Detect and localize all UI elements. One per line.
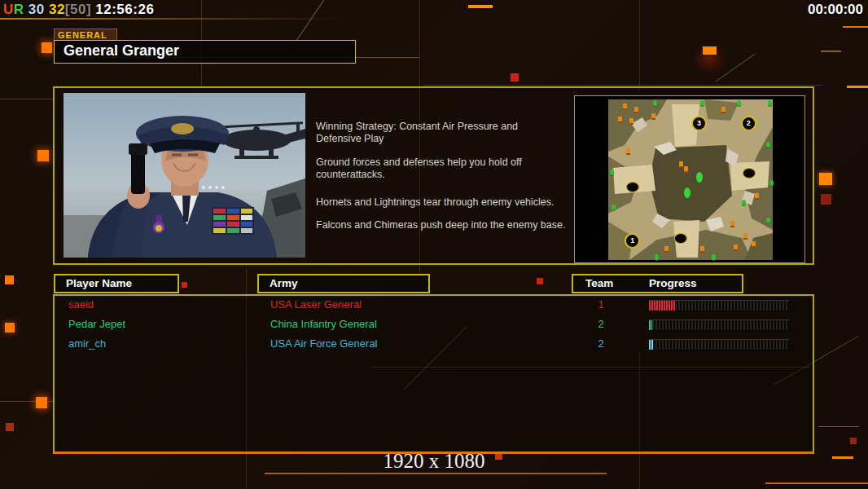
stat-value: [50] — [65, 2, 91, 17]
strategy-paragraph: Hornets and Lightnings tear through enem… — [316, 196, 570, 209]
player-team: 1 — [591, 298, 611, 311]
general-portrait-image — [64, 93, 305, 258]
circuit-node — [182, 282, 187, 288]
oil-derrick-marker — [721, 107, 726, 113]
player-name: Pedar Jepet — [68, 318, 125, 330]
circuit-dash — [847, 86, 868, 88]
column-header-team: Team — [585, 275, 613, 292]
tree-marker — [612, 205, 616, 210]
loading-progress-bar — [649, 300, 789, 311]
oil-derrick-marker — [651, 113, 655, 120]
column-header-team-progress: Team Progress — [572, 274, 743, 293]
player-name: saeid — [68, 298, 94, 311]
tree-marker — [768, 100, 772, 106]
circuit-node — [6, 423, 14, 431]
circuit-node — [537, 278, 543, 284]
portrait-art — [64, 93, 305, 258]
progress-fill — [649, 320, 652, 330]
circuit-node — [5, 275, 14, 284]
circuit-line — [639, 0, 640, 90]
tree-marker — [766, 218, 770, 223]
tree-marker — [700, 100, 704, 106]
player-army: USA Air Force General — [270, 337, 378, 350]
player-team: 2 — [591, 318, 611, 330]
player-army: China Infantry General — [270, 318, 377, 330]
circuit-node — [511, 73, 519, 82]
player-row: Pedar Jepet China Infantry General 2 — [0, 315, 868, 335]
circuit-node — [36, 397, 47, 408]
oil-derrick-marker — [623, 104, 627, 110]
start-position-marker: 3 — [691, 116, 707, 131]
stat-value: 12:56:26 — [91, 2, 154, 17]
circuit-line — [0, 18, 342, 20]
circuit-line — [0, 401, 54, 402]
strategy-paragraph: Winning Strategy: Constant Air Pressure … — [316, 121, 570, 145]
minimap-panel: 123 — [574, 95, 805, 263]
general-name: General Granger — [64, 42, 355, 59]
stat-value: U — [3, 2, 14, 17]
resolution-label: 1920 x 1080 — [0, 450, 868, 473]
tree-marker — [742, 200, 746, 205]
tree-marker — [655, 254, 659, 260]
circuit-dash — [468, 5, 493, 8]
circuit-line — [818, 426, 859, 427]
neutral-spot-marker — [743, 168, 756, 178]
tree-marker — [766, 142, 770, 148]
tree-marker — [737, 100, 741, 106]
player-row: saeid USA Laser General 1 — [0, 296, 868, 315]
circuit-line — [265, 473, 607, 474]
neutral-spot-marker — [674, 233, 687, 244]
circuit-node — [821, 194, 831, 205]
stat-value: R — [14, 2, 24, 17]
oil-derrick-marker — [700, 246, 704, 253]
oil-derrick-marker — [679, 161, 683, 168]
tree-cluster-marker — [684, 187, 690, 198]
oil-derrick-marker — [684, 166, 688, 173]
loading-progress-bar — [649, 319, 789, 331]
circuit-node — [850, 438, 857, 444]
oil-derrick-marker — [743, 233, 747, 240]
oil-derrick-marker — [752, 241, 756, 248]
general-tab: GENERAL — [54, 29, 117, 40]
player-army: USA Laser General — [270, 298, 362, 311]
tree-marker — [712, 254, 716, 260]
column-header-player-name: Player Name — [54, 274, 179, 293]
oil-derrick-marker — [629, 118, 633, 125]
progress-fill — [649, 301, 676, 311]
strategy-paragraph: Falcons and Chimeras push deep into the … — [316, 219, 570, 231]
circuit-node — [703, 46, 717, 55]
oil-derrick-marker — [626, 148, 630, 155]
tree-marker — [610, 170, 614, 175]
oil-derrick-marker — [730, 221, 734, 227]
tree-cluster-marker — [696, 172, 703, 183]
oil-derrick-marker — [734, 244, 738, 251]
oil-derrick-marker — [755, 193, 759, 200]
general-title-box: General Granger — [54, 40, 356, 64]
progress-fill — [649, 340, 653, 350]
circuit-line — [765, 482, 868, 484]
tree-marker — [769, 180, 774, 186]
player-name: amir_ch — [68, 337, 106, 350]
start-position-marker: 1 — [625, 233, 640, 249]
player-team: 2 — [591, 337, 611, 350]
oil-derrick-marker — [664, 246, 669, 253]
neutral-spot-marker — [626, 182, 639, 192]
tree-marker — [653, 100, 657, 106]
circuit-dash — [843, 26, 868, 28]
circuit-node — [819, 173, 832, 185]
circuit-dash — [821, 51, 841, 52]
player-stats-readout: UR 30 32[50] 12:56:26 — [3, 2, 154, 18]
oil-derrick-marker — [634, 107, 638, 113]
circuit-node — [37, 150, 49, 161]
circuit-node — [42, 42, 52, 53]
circuit-line — [0, 99, 54, 99]
stat-value: 32 — [45, 2, 65, 17]
start-position-marker: 2 — [741, 116, 756, 131]
match-timer: 00:00:00 — [808, 2, 863, 18]
minimap-markers: 123 — [608, 99, 773, 260]
column-header-army: Army — [257, 274, 430, 293]
oil-derrick-marker — [618, 117, 622, 123]
circuit-line — [423, 85, 822, 86]
loading-screen: UR 30 32[50] 12:56:26 00:00:00 GENERAL G… — [0, 0, 868, 489]
strategy-paragraph: Ground forces and defenses help you hold… — [316, 156, 570, 181]
